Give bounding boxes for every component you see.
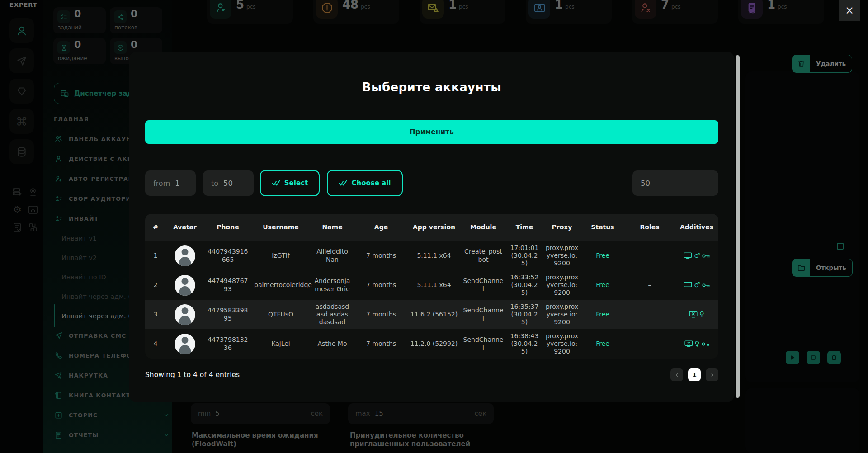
avatar <box>175 304 195 325</box>
name-cell: Asthe Mo <box>310 340 355 348</box>
entries-summary: Showing 1 to 4 of 4 entries <box>145 371 240 379</box>
page-size-value: 50 <box>641 179 650 188</box>
monitor-icon <box>684 252 692 259</box>
app-version-cell: 11.2.0 (52992) <box>407 340 461 348</box>
phone-cell: 447379813236 <box>204 336 252 351</box>
col-header: # <box>145 223 166 231</box>
avatar <box>175 275 195 296</box>
username-cell: IzGTIf <box>252 252 310 260</box>
next-page-button[interactable] <box>706 368 718 381</box>
col-header: Module <box>461 223 506 231</box>
table-row[interactable]: 2 447494876793 palmettocoleridge Anderso… <box>145 270 718 300</box>
to-value: 50 <box>223 179 233 188</box>
time-cell: 16:35:37(30.04.25) <box>506 303 543 326</box>
module-cell: Create_postbot <box>461 248 506 263</box>
col-header: Username <box>252 223 310 231</box>
scrollbar-thumb[interactable] <box>736 55 740 398</box>
avatar-cell <box>166 275 204 296</box>
table-footer: Showing 1 to 4 of 4 entries 1 <box>145 368 718 381</box>
age-cell: 7 months <box>355 311 407 318</box>
choose-all-button[interactable]: Choose all <box>327 170 403 196</box>
app-version-cell: 5.11.1 x64 <box>407 281 461 289</box>
monitor-x-icon <box>689 311 698 318</box>
roles-cell: – <box>624 281 675 289</box>
key-icon <box>702 342 709 346</box>
avatar <box>175 245 195 266</box>
female-icon: ♀ <box>699 311 704 318</box>
apply-button[interactable]: Применить <box>145 120 718 144</box>
col-header: Status <box>581 223 624 231</box>
close-icon[interactable]: × <box>839 0 860 21</box>
accounts-table: # Avatar Phone Username Name Age App ver… <box>145 214 718 359</box>
phone-cell: 447958339895 <box>204 307 252 322</box>
to-label: to <box>211 179 218 188</box>
time-cell: 16:38:43(30.04.25) <box>506 332 543 355</box>
phone-cell: 447494876793 <box>204 277 252 293</box>
select-button-label: Select <box>284 179 308 187</box>
name-cell: Andersonja meser Grie <box>310 277 355 293</box>
table-row[interactable]: 3 447958339895 QTFUsO asdadsasd asd asda… <box>145 300 718 329</box>
modal-title: Выберите аккаунты <box>145 80 718 95</box>
time-cell: 16:33:52(30.04.25) <box>506 274 543 297</box>
col-header: App version <box>407 223 461 231</box>
select-button[interactable]: Select <box>260 170 320 196</box>
monitor-x-icon <box>684 340 693 347</box>
username-cell: QTFUsO <box>252 311 310 318</box>
username-cell: KajLei <box>252 340 310 348</box>
col-header: Avatar <box>166 223 204 231</box>
page-size-input[interactable]: 50 <box>632 170 718 196</box>
female-icon: ♀ <box>695 340 700 347</box>
table-row[interactable]: 1 4407943916665 IzGTIf AllleIddlto Nan 7… <box>145 241 718 270</box>
table-row[interactable]: 4 447379813236 KajLei Asthe Mo 7 months … <box>145 329 718 359</box>
age-cell: 7 months <box>355 252 407 260</box>
app-version-cell: 11.6.2 (56152) <box>407 311 461 318</box>
row-num: 3 <box>145 311 166 318</box>
chevron-right-icon <box>709 372 715 378</box>
col-header: Name <box>310 223 355 231</box>
male-icon: ♂ <box>694 252 700 259</box>
additives-cell: ♂ <box>675 252 718 259</box>
select-accounts-modal: Выберите аккаунты Применить from 1 to 50… <box>129 52 735 402</box>
choose-all-button-label: Choose all <box>351 179 391 187</box>
phone-cell: 4407943916665 <box>204 248 252 263</box>
monitor-icon <box>684 282 692 288</box>
status-badge: Free <box>581 252 624 260</box>
avatar-cell <box>166 334 204 354</box>
additives-cell: ♀ <box>675 311 718 318</box>
module-cell: SendChannel <box>461 336 506 351</box>
module-cell: SendChannel <box>461 307 506 322</box>
proxy-cell: proxy.proxyverse.io:9200 <box>543 332 581 355</box>
avatar <box>175 334 195 354</box>
page-number-button[interactable]: 1 <box>688 368 701 381</box>
double-check-icon <box>272 180 280 186</box>
name-cell: AllleIddlto Nan <box>310 248 355 263</box>
avatar-cell <box>166 304 204 325</box>
status-badge: Free <box>581 311 624 318</box>
proxy-cell: proxy.proxyverse.io:9200 <box>543 244 581 267</box>
to-input[interactable]: to 50 <box>203 170 254 196</box>
age-cell: 7 months <box>355 281 407 289</box>
module-cell: SendChannel <box>461 277 506 293</box>
chevron-left-icon <box>674 372 680 378</box>
male-icon: ♂ <box>694 282 700 288</box>
pagination: 1 <box>670 368 718 381</box>
additives-cell: ♂ <box>675 282 718 288</box>
proxy-cell: proxy.proxyverse.io:9200 <box>543 274 581 297</box>
roles-cell: – <box>624 311 675 318</box>
col-header: Age <box>355 223 407 231</box>
prev-page-button[interactable] <box>670 368 683 381</box>
name-cell: asdadsasd asd asdas dasdsad <box>310 303 355 326</box>
col-header: Time <box>506 223 543 231</box>
from-input[interactable]: from 1 <box>145 170 196 196</box>
col-header: Roles <box>624 223 675 231</box>
time-cell: 17:01:01(30.04.25) <box>506 244 543 267</box>
username-cell: palmettocoleridge <box>252 281 310 289</box>
app-version-cell: 5.11.1 x64 <box>407 252 461 260</box>
app-root: EXPERT ⌘ <box>0 0 868 453</box>
col-header: Proxy <box>543 223 581 231</box>
from-value: 1 <box>175 179 180 188</box>
roles-cell: – <box>624 340 675 348</box>
age-cell: 7 months <box>355 340 407 348</box>
selection-controls: from 1 to 50 Select Choose all 50 <box>145 170 718 196</box>
avatar-cell <box>166 245 204 266</box>
